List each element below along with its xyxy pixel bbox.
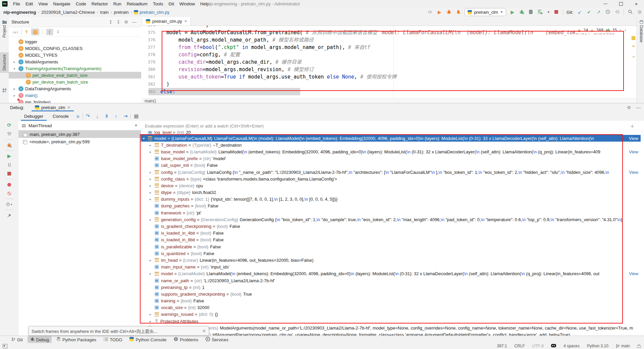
reloadium-run-icon[interactable]: ▶ [436, 10, 442, 14]
panel-settings-gear-icon[interactable]: ⚙ [122, 19, 130, 24]
breadcrumb-item[interactable]: pretrain [114, 10, 129, 15]
variable-row[interactable]: ▸generation_config={GenerationConfig}Gen… [141, 216, 641, 223]
editor-breadcrumb[interactable]: main() [141, 98, 640, 103]
structure-item[interactable]: ▸cDataTrainingArguments [9, 85, 141, 92]
menu-edit[interactable]: Edit [23, 0, 36, 7]
interpreter[interactable]: Python 3.10 [587, 344, 608, 348]
view-link[interactable]: View [629, 271, 638, 276]
line-number[interactable]: 376 [141, 36, 155, 44]
line-number[interactable]: 378 [141, 51, 155, 58]
rerun-debug-bug-icon[interactable] [0, 141, 18, 149]
menu-run[interactable]: Run [111, 0, 124, 7]
variable-row[interactable]: 01main_input_name={str}'input_ids' [141, 264, 641, 270]
menu-tools[interactable]: Tools [150, 0, 166, 7]
hide-panel-icon[interactable]: — [130, 19, 139, 24]
chevron-right-icon[interactable]: ▸ [150, 177, 155, 181]
tab-console[interactable]: Console [48, 111, 73, 121]
debugger-settings-gear-icon[interactable]: ⚙▼ [0, 200, 18, 209]
chevron-right-icon[interactable]: ▸ [12, 87, 17, 91]
line-number[interactable]: 379 [141, 58, 155, 66]
menu-git[interactable]: Git [166, 0, 177, 7]
tool-stripe-project[interactable]: Project [0, 18, 9, 40]
line-number[interactable]: 380 [141, 66, 155, 73]
tab-pretrain-clm[interactable]: pretrain_clm.py ✕ [143, 17, 191, 26]
step-into-icon[interactable]: ↓ [93, 113, 102, 119]
tab-debugger[interactable]: Debugger [19, 111, 48, 121]
variable-row[interactable]: 01pretraining_tp={int}1 [141, 284, 641, 291]
debug-icon[interactable] [519, 9, 525, 15]
toolwindow-button-problems[interactable]: Problems [171, 336, 201, 343]
step-over-icon[interactable]: ↷ [83, 113, 93, 119]
view-link[interactable]: View [629, 149, 638, 154]
git-push-icon[interactable]: ↗ [595, 10, 601, 14]
coverage-chevron-icon[interactable]: ▼ [547, 10, 550, 14]
tool-stripe-database[interactable]: Database [637, 18, 644, 44]
debug-session-tab[interactable]: pretrain_clm ✕ [32, 103, 74, 111]
menu-code[interactable]: Code [73, 0, 89, 7]
tool-stripe-more-icon[interactable] [0, 87, 9, 94]
line-number[interactable]: 382 [141, 81, 155, 88]
git-update-icon[interactable]: ↙ [577, 10, 583, 14]
thread-selector[interactable]: MainThread ▼ [18, 121, 141, 131]
rerun-icon[interactable]: ⟳ [0, 121, 18, 130]
variable-row[interactable]: ▸Protected Attributes [141, 318, 641, 325]
variable-row[interactable]: 01framework={str}'pt' [141, 209, 641, 216]
chevron-right-icon[interactable]: ▸ [12, 60, 17, 64]
layout-settings-icon[interactable]: ≡ [73, 113, 83, 119]
chevron-right-icon[interactable]: ▸ [150, 197, 155, 201]
variable-row[interactable]: 01is_quantized={bool}False [141, 250, 641, 257]
breadcrumb-item[interactable]: train [100, 10, 109, 15]
variable-row[interactable]: ▸warnings_issued={dict: 0}{} [141, 311, 641, 318]
step-out-icon[interactable]: ↑ [112, 113, 120, 119]
chevron-down-icon[interactable]: ▾ [143, 137, 148, 140]
tab-close-icon[interactable]: ✕ [184, 19, 187, 23]
resume-icon[interactable]: ▶ [0, 152, 18, 160]
stop-icon[interactable] [553, 10, 559, 14]
structure-item[interactable]: ▸cModelArguments [9, 58, 141, 65]
reloadium-profile-icon[interactable] [455, 9, 461, 15]
variable-row[interactable]: ▸model={LlamaModel}LlamaModel(\n (embed_… [141, 270, 641, 277]
chevron-down-icon[interactable]: ▾ [12, 67, 17, 70]
variable-row[interactable]: ▸config={LlamaConfig}LlamaConfig {\n "_n… [141, 169, 641, 176]
structure-item[interactable]: fper_device_eval_batch_size [9, 72, 141, 79]
line-number[interactable]: 381 [141, 73, 155, 81]
variable-row[interactable]: 01log_level={int}20 [141, 131, 641, 135]
caret-position[interactable]: 387:1 [497, 344, 507, 348]
view-link[interactable]: View [629, 136, 638, 141]
coverage-icon[interactable] [538, 9, 544, 15]
history-icon[interactable] [605, 9, 611, 15]
tool-window-switcher-icon[interactable] [3, 344, 7, 348]
lock-icon[interactable] [637, 345, 641, 348]
variable-row[interactable]: ▸dtype={dtype}torch.float32 [141, 189, 641, 196]
line-number[interactable]: 377 [141, 44, 155, 51]
show-fields-toggle[interactable]: f [31, 29, 39, 35]
variable-row[interactable]: 01vocab_size={int}32000 [141, 304, 641, 311]
line-number[interactable]: 383 [141, 88, 155, 95]
chevron-right-icon[interactable]: ▸ [150, 184, 155, 188]
view-link[interactable]: View [629, 170, 638, 175]
chevron-right-icon[interactable]: ▸ [150, 319, 155, 323]
sync-icon[interactable]: ⟳ [427, 10, 433, 14]
variable-row[interactable]: ▸dummy_inputs={dict: 1}{'input_ids': ten… [141, 196, 641, 203]
variable-row[interactable]: ▸model_args={ModelArguments}ModelArgumen… [141, 325, 641, 331]
group-down-icon[interactable]: ⇩ [56, 30, 60, 34]
variable-row[interactable]: 01base_model_prefix={str}'model' [141, 155, 641, 162]
structure-item[interactable]: vMODEL_TYPES [9, 52, 141, 58]
git-branch-widget[interactable]: main [616, 344, 630, 348]
variable-row[interactable]: 01call_super_init={bool}False [141, 162, 641, 169]
run-to-cursor-icon[interactable]: ⇥ [120, 113, 131, 119]
menu-window[interactable]: Window [177, 0, 198, 7]
variable-row[interactable]: ▸parser={HfArgumentParser}HfArgumentPars… [141, 331, 641, 336]
variable-row[interactable]: 01supports_gradient_checkpointing={bool}… [141, 291, 641, 297]
chevron-right-icon[interactable]: ▸ [12, 94, 17, 97]
variable-row[interactable]: 01is_parallelizable={bool}False [141, 243, 641, 250]
variable-row[interactable]: ▸lm_head={Linear}Linear(in_features=4096… [141, 257, 641, 263]
force-step-into-icon[interactable]: ⇟ [102, 113, 112, 119]
variable-row[interactable]: 01is_gradient_checkpointing={bool}False [141, 223, 641, 230]
inspections-widget[interactable]: 24 388 ab35 ∧ ∨ [576, 27, 629, 34]
toolwindow-button-debug[interactable]: Debug [28, 336, 52, 343]
line-number[interactable]: 375 [141, 29, 155, 36]
toolwindow-button-python-console[interactable]: Python Console [127, 336, 169, 343]
menu-reloadium[interactable]: Reloadium [124, 0, 150, 7]
indent-setting[interactable]: 4 spaces [564, 344, 580, 348]
